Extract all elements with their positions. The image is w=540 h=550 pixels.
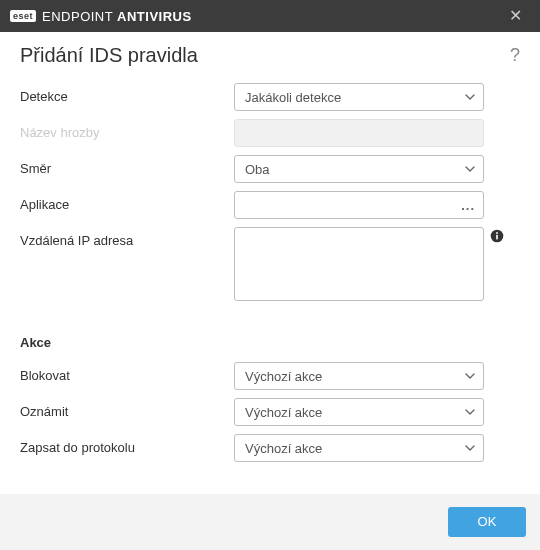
control-detection: Jakákoli detekce <box>234 83 520 111</box>
chevron-down-icon <box>465 373 475 379</box>
row-detection: Detekce Jakákoli detekce <box>20 83 520 111</box>
label-remote-ip: Vzdálená IP adresa <box>20 227 234 248</box>
input-threat-name <box>234 119 484 147</box>
select-notify-value: Výchozí akce <box>245 405 322 420</box>
textarea-remote-ip[interactable] <box>234 227 484 301</box>
control-application: ... <box>234 191 520 219</box>
row-remote-ip: Vzdálená IP adresa <box>20 227 520 301</box>
row-application: Aplikace ... <box>20 191 520 219</box>
select-block-value: Výchozí akce <box>245 369 322 384</box>
select-direction[interactable]: Oba <box>234 155 484 183</box>
row-notify: Oznámit Výchozí akce <box>20 398 520 426</box>
label-threat-name: Název hrozby <box>20 119 234 140</box>
row-direction: Směr Oba <box>20 155 520 183</box>
section-actions-heading: Akce <box>20 335 520 350</box>
label-application: Aplikace <box>20 191 234 212</box>
label-block: Blokovat <box>20 362 234 383</box>
select-detection[interactable]: Jakákoli detekce <box>234 83 484 111</box>
brand-badge: eset <box>10 10 36 22</box>
row-threat-name: Název hrozby <box>20 119 520 147</box>
window-title-bold: ANTIVIRUS <box>117 9 192 24</box>
info-icon[interactable] <box>490 229 504 246</box>
select-block[interactable]: Výchozí akce <box>234 362 484 390</box>
page-title: Přidání IDS pravidla <box>20 44 510 67</box>
row-block: Blokovat Výchozí akce <box>20 362 520 390</box>
control-notify: Výchozí akce <box>234 398 520 426</box>
window-title-light: ENDPOINT <box>42 9 117 24</box>
chevron-down-icon <box>465 409 475 415</box>
select-notify[interactable]: Výchozí akce <box>234 398 484 426</box>
input-application[interactable]: ... <box>234 191 484 219</box>
heading-row: Přidání IDS pravidla ? <box>20 44 520 67</box>
control-remote-ip <box>234 227 520 301</box>
content: Přidání IDS pravidla ? Detekce Jakákoli … <box>0 32 540 476</box>
label-detection: Detekce <box>20 83 234 104</box>
titlebar: eset ENDPOINT ANTIVIRUS ✕ <box>0 0 540 32</box>
label-log: Zapsat do protokolu <box>20 434 234 455</box>
chevron-down-icon <box>465 94 475 100</box>
help-icon[interactable]: ? <box>510 45 520 66</box>
select-log[interactable]: Výchozí akce <box>234 434 484 462</box>
label-direction: Směr <box>20 155 234 176</box>
row-log: Zapsat do protokolu Výchozí akce <box>20 434 520 462</box>
svg-rect-1 <box>496 235 498 240</box>
control-threat-name <box>234 119 520 147</box>
chevron-down-icon <box>465 166 475 172</box>
browse-icon[interactable]: ... <box>461 198 475 213</box>
window-title: ENDPOINT ANTIVIRUS <box>42 9 192 24</box>
close-icon[interactable]: ✕ <box>500 0 530 32</box>
footer: OK <box>0 494 540 550</box>
chevron-down-icon <box>465 445 475 451</box>
control-block: Výchozí akce <box>234 362 520 390</box>
select-direction-value: Oba <box>245 162 270 177</box>
select-detection-value: Jakákoli detekce <box>245 90 341 105</box>
select-log-value: Výchozí akce <box>245 441 322 456</box>
control-direction: Oba <box>234 155 520 183</box>
svg-rect-2 <box>496 232 498 234</box>
label-notify: Oznámit <box>20 398 234 419</box>
control-log: Výchozí akce <box>234 434 520 462</box>
ok-button[interactable]: OK <box>448 507 526 537</box>
